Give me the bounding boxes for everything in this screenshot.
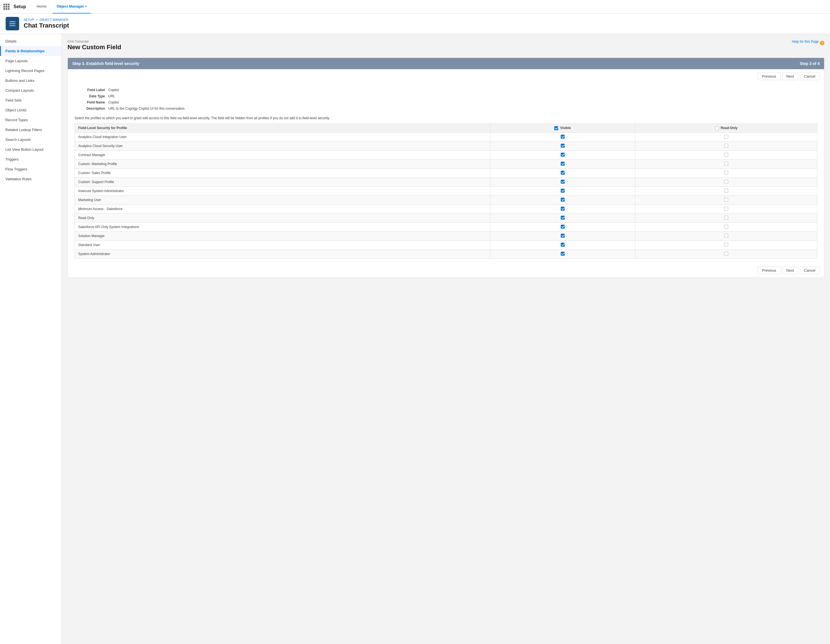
cancel-button-top[interactable]: Cancel	[800, 73, 820, 80]
visible-checkbox[interactable]	[561, 180, 565, 184]
visible-checkbox[interactable]	[561, 162, 565, 166]
readonly-checkbox[interactable]	[724, 162, 728, 166]
help-link[interactable]: Help for this Page	[792, 40, 819, 44]
visible-checkbox[interactable]	[561, 216, 565, 220]
readonly-checkbox[interactable]	[724, 153, 728, 157]
step-of: Step 3 of 4	[800, 61, 820, 66]
table-row: Salesforce API Only System Integrations	[75, 222, 817, 231]
breadcrumb-separator: >	[36, 18, 38, 21]
nav-object-manager[interactable]: Object Manager ▾	[52, 0, 90, 14]
sidebar-item-search-layouts[interactable]: Search Layouts	[0, 135, 62, 144]
cancel-button-bottom[interactable]: Cancel	[800, 267, 820, 274]
bottom-btn-row: Previous Next Cancel	[68, 263, 824, 278]
readonly-checkbox[interactable]	[724, 216, 728, 220]
visible-checkbox[interactable]	[561, 135, 565, 139]
app-name: Setup	[14, 4, 26, 9]
visible-checkbox[interactable]	[561, 207, 565, 210]
visible-checkbox[interactable]	[561, 243, 565, 247]
next-button-bottom[interactable]: Next	[782, 267, 798, 274]
visible-checkbox[interactable]	[561, 171, 565, 175]
readonly-checkbox[interactable]	[724, 135, 728, 139]
table-row: Solution Manager	[75, 231, 817, 241]
table-row: Analytics Cloud Security User	[75, 141, 817, 150]
profile-cell: Contract Manager	[75, 150, 490, 160]
visible-cell	[490, 141, 635, 150]
visible-checkbox[interactable]	[561, 144, 565, 148]
table-row: Custom: Support Profile	[75, 177, 817, 187]
readonly-checkbox[interactable]	[724, 225, 728, 229]
table-row: Read Only	[75, 214, 817, 222]
step-label: Step 3. Establish field-level security	[72, 61, 139, 66]
sidebar-item-related-lookup[interactable]: Related Lookup Filters	[0, 125, 62, 135]
breadcrumb-setup[interactable]: SETUP	[24, 18, 34, 21]
svg-rect-0	[10, 21, 16, 22]
security-table: Field-Level Security for Profile Visible…	[74, 123, 817, 259]
readonly-checkbox[interactable]	[724, 171, 728, 175]
description-value: URL to the Cognigy Copilot UI for this c…	[108, 107, 817, 111]
visible-checkbox[interactable]	[561, 234, 565, 237]
visible-checkbox[interactable]	[561, 252, 565, 256]
profile-cell: Solution Manager	[75, 231, 490, 241]
app-launcher-icon[interactable]	[3, 4, 10, 10]
visible-checkbox[interactable]	[561, 198, 565, 202]
visible-cell	[490, 177, 635, 187]
readonly-checkbox[interactable]	[724, 180, 728, 184]
readonly-cell	[635, 187, 817, 195]
table-row: Insecure System Administrator	[75, 187, 817, 195]
visible-cell	[490, 214, 635, 222]
breadcrumb: SETUP > OBJECT MANAGER	[24, 18, 69, 21]
sidebar-item-object-limits[interactable]: Object Limits	[0, 105, 62, 115]
readonly-checkbox[interactable]	[724, 207, 728, 210]
sidebar-item-lightning-record-pages[interactable]: Lightning Record Pages	[0, 66, 62, 76]
nav-home[interactable]: Home	[33, 0, 51, 14]
readonly-header-checkbox[interactable]	[715, 126, 719, 130]
instruction-text: Select the profiles to which you want to…	[68, 115, 824, 123]
field-info: Field Label Copilot Data Type URL Field …	[68, 84, 824, 115]
visible-cell	[490, 241, 635, 250]
data-type-label: Data Type	[74, 94, 108, 98]
help-icon: ?	[820, 41, 824, 45]
readonly-checkbox[interactable]	[724, 243, 728, 247]
visible-header-checkbox[interactable]	[554, 126, 558, 130]
readonly-checkbox[interactable]	[724, 189, 728, 193]
profile-cell: Custom: Support Profile	[75, 177, 490, 187]
sidebar-item-buttons-links[interactable]: Buttons and Links	[0, 76, 62, 85]
table-row: Custom: Sales Profile	[75, 168, 817, 177]
sidebar-item-triggers[interactable]: Triggers	[0, 154, 62, 164]
sidebar-item-fields-relationships[interactable]: Fields & Relationships	[0, 46, 62, 56]
top-btn-row: Previous Next Cancel	[68, 69, 824, 84]
readonly-checkbox[interactable]	[724, 252, 728, 256]
sidebar-item-page-layouts[interactable]: Page Layouts	[0, 56, 62, 66]
previous-button-top[interactable]: Previous	[758, 73, 781, 80]
profile-cell: Standard User	[75, 241, 490, 250]
svg-rect-2	[10, 25, 16, 26]
visible-checkbox[interactable]	[561, 189, 565, 193]
visible-cell	[490, 168, 635, 177]
page-title: Chat Transcript	[24, 22, 69, 29]
content-breadcrumb: Chat Transcript	[68, 40, 121, 43]
next-button-top[interactable]: Next	[782, 73, 798, 80]
table-row: Custom: Marketing Profile	[75, 160, 817, 168]
previous-button-bottom[interactable]: Previous	[758, 267, 781, 274]
sidebar-item-compact-layouts[interactable]: Compact Layouts	[0, 85, 62, 95]
readonly-checkbox[interactable]	[724, 198, 728, 202]
visible-checkbox[interactable]	[561, 153, 565, 157]
description-label: Description	[74, 107, 108, 111]
readonly-checkbox[interactable]	[724, 144, 728, 148]
readonly-checkbox[interactable]	[724, 234, 728, 237]
sidebar-item-validation-rules[interactable]: Validation Rules	[0, 174, 62, 184]
sidebar-item-field-sets[interactable]: Field Sets	[0, 95, 62, 105]
sidebar-item-flow-triggers[interactable]: Flow Triggers	[0, 164, 62, 174]
breadcrumb-object-manager[interactable]: OBJECT MANAGER	[40, 18, 68, 21]
sidebar-item-details[interactable]: Details	[0, 36, 62, 46]
field-label-label: Field Label	[74, 88, 108, 92]
readonly-cell	[635, 177, 817, 187]
header-banner: SETUP > OBJECT MANAGER Chat Transcript	[0, 14, 830, 34]
visible-cell	[490, 250, 635, 258]
sidebar-item-record-types[interactable]: Record Types	[0, 115, 62, 125]
content-header: Chat Transcript New Custom Field Help fo…	[68, 40, 824, 55]
table-row: Contract Manager	[75, 150, 817, 160]
table-row: Analytics Cloud Integration User	[75, 133, 817, 141]
visible-checkbox[interactable]	[561, 225, 565, 229]
sidebar-item-list-view[interactable]: List View Button Layout	[0, 144, 62, 154]
